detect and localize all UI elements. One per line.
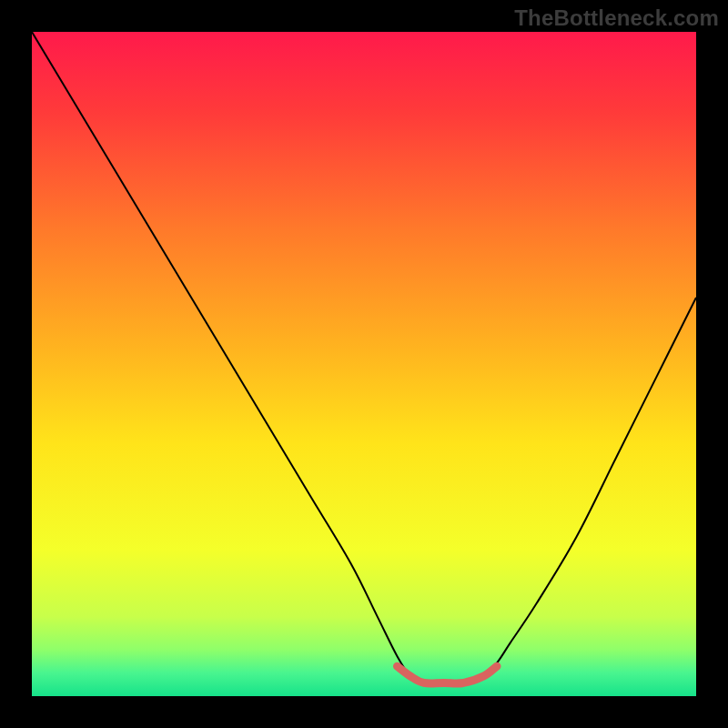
watermark-text: TheBottleneck.com — [514, 5, 719, 31]
chart-svg — [32, 32, 696, 696]
gradient-background — [32, 32, 696, 696]
chart-frame: TheBottleneck.com — [0, 0, 728, 728]
plot-area — [32, 32, 696, 696]
